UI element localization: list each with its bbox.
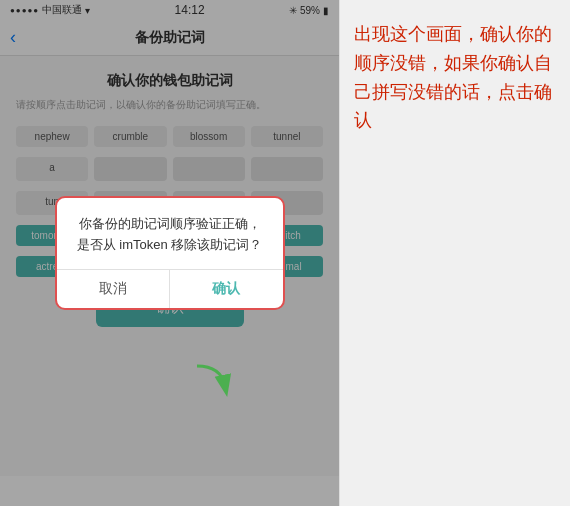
arrow-icon <box>188 358 238 398</box>
dialog-message: 你备份的助记词顺序验证正确，是否从 imToken 移除该助记词？ <box>75 214 265 256</box>
phone-screen: ●●●●● 中国联通 ▾ 14:12 ✳ 59% ▮ ‹ 备份助记词 确认你的钱… <box>0 0 340 506</box>
dialog-body: 你备份的助记词顺序验证正确，是否从 imToken 移除该助记词？ <box>57 198 283 270</box>
dialog-cancel-button[interactable]: 取消 <box>57 270 171 308</box>
annotation-text: 出现这个画面，确认你的顺序没错，如果你确认自己拼写没错的话，点击确认 <box>354 20 556 135</box>
dialog-overlay: 你备份的助记词顺序验证正确，是否从 imToken 移除该助记词？ 取消 确认 <box>0 0 339 506</box>
confirmation-dialog: 你备份的助记词顺序验证正确，是否从 imToken 移除该助记词？ 取消 确认 <box>55 196 285 311</box>
dialog-actions: 取消 确认 <box>57 269 283 308</box>
annotation-panel: 出现这个画面，确认你的顺序没错，如果你确认自己拼写没错的话，点击确认 <box>340 0 570 506</box>
dialog-confirm-button[interactable]: 确认 <box>170 270 283 308</box>
